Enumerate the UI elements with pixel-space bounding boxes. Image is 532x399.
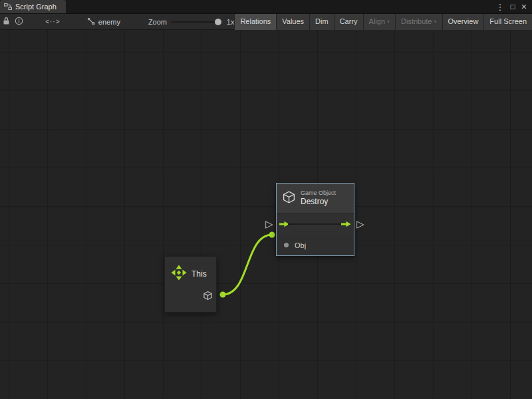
game-object-cube-icon [282,190,296,207]
script-graph-icon [4,3,12,11]
breadcrumb[interactable]: enemy [87,17,120,27]
titlebar-spacer [66,0,496,13]
script-graph-window: Script Graph ⋮ □ × [0,0,532,399]
relations-label: Relations [240,14,271,29]
lock-icon [3,17,10,27]
graph-inspector-toggle[interactable]: <··> [43,14,63,30]
flow-input-port[interactable]: ▷ [265,219,273,229]
tab-label: Script Graph [15,3,57,11]
node-category: Game Object [301,190,336,197]
info-icon [15,17,23,27]
port-obj-dot-icon[interactable] [284,243,289,247]
breadcrumb-label: enemy [98,18,120,26]
relations-button[interactable]: Relations [234,14,276,30]
maximize-icon[interactable]: □ [511,3,515,11]
close-icon[interactable]: × [521,2,527,11]
distribute-button[interactable]: Distribute ▾ [395,14,442,30]
node-this-title: This [192,269,207,279]
this-move-icon [171,265,187,283]
flow-line [288,223,342,225]
flow-out-arrow-icon[interactable] [341,221,351,227]
lock-button[interactable] [0,14,13,30]
this-output-port-cube-icon[interactable] [203,291,213,301]
node-destroy-titles: Game Object Destroy [301,190,336,207]
node-this[interactable]: This [164,256,217,313]
fullscreen-label: Full Screen [489,14,527,29]
titlebar-controls: ⋮ □ × [496,0,532,13]
node-title: Destroy [301,197,336,207]
overview-label: Overview [448,14,479,29]
flow-output-port[interactable]: ▷ [356,219,364,229]
dim-label: Dim [315,14,329,29]
align-button[interactable]: Align ▾ [363,14,395,30]
overview-button[interactable]: Overview [442,14,484,30]
node-this-header: This [165,257,216,283]
node-destroy[interactable]: Game Object Destroy O [276,183,354,256]
connection-wire [0,30,532,399]
graph-canvas[interactable]: ▷ ▷ Game Object Destroy [0,30,532,399]
distribute-label: Distribute [401,14,432,29]
titlebar: Script Graph ⋮ □ × [0,0,532,14]
port-obj[interactable]: Obj [277,235,354,255]
port-obj-label: Obj [295,241,306,249]
zoom-label: Zoom [148,18,167,26]
tab-script-graph[interactable]: Script Graph [0,0,66,13]
zoom-slider-thumb[interactable] [215,19,221,25]
align-label: Align [369,14,385,29]
carry-label: Carry [340,14,358,29]
toolbar-buttons: Relations Values Dim Carry Align ▾ Distr… [234,14,532,30]
chevron-down-icon: ▾ [434,14,437,29]
zoom-value: 1x [227,18,235,26]
node-destroy-header[interactable]: Game Object Destroy [277,184,354,213]
values-button[interactable]: Values [276,14,309,30]
dim-button[interactable]: Dim [309,14,334,30]
node-destroy-flow-row [277,213,354,235]
values-label: Values [282,14,304,29]
carry-button[interactable]: Carry [334,14,363,30]
graph-toolbar: <··> enemy Zoom 1x Relations Values [0,14,532,30]
zoom-slider[interactable] [171,14,221,30]
fullscreen-button[interactable]: Full Screen [483,14,532,30]
chevron-down-icon: ▾ [387,14,390,29]
info-button[interactable] [13,14,25,30]
zoom-slider-track [171,21,221,23]
graph-breadcrumb-icon [87,17,95,27]
window-menu-icon[interactable]: ⋮ [496,3,505,11]
